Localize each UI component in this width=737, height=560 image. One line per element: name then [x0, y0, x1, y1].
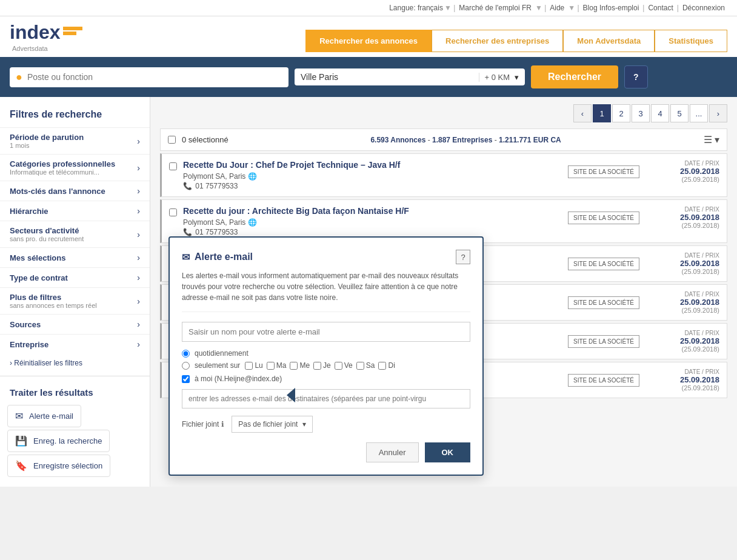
- job-title-1[interactable]: Recette Du Jour : Chef De Projet Techniq…: [183, 160, 562, 170]
- aide-link[interactable]: Aide: [550, 4, 564, 12]
- chevron-icon: ›: [137, 230, 140, 239]
- tab-mon-advertsdata[interactable]: Mon Advertsdata: [563, 30, 655, 52]
- envelope-icon: ✉: [15, 410, 23, 422]
- sidebar-item-hierarchie[interactable]: Hiérarchie ›: [0, 201, 150, 221]
- site-societe-btn-5[interactable]: SITE DE LA SOCIÉTÉ: [568, 335, 639, 348]
- phone-icon: 📞: [183, 182, 192, 190]
- page-4[interactable]: 4: [651, 104, 669, 122]
- radio-days[interactable]: [182, 362, 190, 370]
- job-date-2: DATE / PRIX 25.09.2018 (25.09.2018): [647, 206, 719, 229]
- info-icon: ℹ: [221, 420, 224, 428]
- day-me[interactable]: Me: [290, 361, 310, 370]
- site-societe-btn-6[interactable]: SITE DE LA SOCIÉTÉ: [568, 374, 639, 387]
- sidebar-item-type-contrat[interactable]: Type de contrat ›: [0, 267, 150, 287]
- page-5[interactable]: 5: [670, 104, 689, 122]
- alerte-email-button[interactable]: ✉ Alerte e-mail: [7, 405, 81, 427]
- main-layout: Filtres de recherche Période de parution…: [0, 97, 737, 487]
- enregistrer-selection-button[interactable]: 🔖 Enregistre sélection: [7, 455, 110, 477]
- top-bar: Langue: français ▼ | Marché de l'emploi …: [0, 0, 737, 16]
- site-societe-btn-1[interactable]: SITE DE LA SOCIÉTÉ: [568, 165, 639, 178]
- page-next[interactable]: ›: [709, 104, 727, 122]
- header: index Advertsdata Rechercher des annonce…: [0, 16, 737, 57]
- modal-actions: Annuler OK: [182, 442, 470, 462]
- sidebar-title: Filtres de recherche: [0, 104, 150, 127]
- tab-statistiques[interactable]: Statistiques: [655, 30, 727, 52]
- job-title-2[interactable]: Recette du jour : Architecte Big Data fa…: [183, 206, 562, 216]
- reset-icon: ›: [10, 359, 12, 367]
- page-prev[interactable]: ‹: [573, 104, 592, 122]
- logo-sub: Advertsdata: [12, 45, 82, 52]
- page-2[interactable]: 2: [612, 104, 630, 122]
- contact-link[interactable]: Contact: [648, 4, 673, 12]
- rechercher-button[interactable]: Rechercher: [531, 65, 618, 88]
- location-wrap: + 0 KM ▾: [295, 68, 525, 85]
- km-dropdown[interactable]: + 0 KM: [479, 73, 510, 82]
- alert-name-input[interactable]: [182, 322, 470, 342]
- reset-filters[interactable]: › Réinitialiser les filtres: [0, 354, 150, 372]
- fichier-select[interactable]: Pas de fichier joint ▾: [232, 416, 313, 433]
- job-date-3: DATE / PRIX 25.09.2018 (25.09.2018): [647, 252, 719, 275]
- chevron-icon: ›: [137, 136, 140, 146]
- blog-link[interactable]: Blog Infos-emploi: [583, 4, 639, 12]
- job-search-input[interactable]: [27, 72, 282, 82]
- logo-bar-1: [63, 27, 82, 30]
- tab-rechercher-annonces[interactable]: Rechercher des annonces: [305, 30, 432, 52]
- help-button[interactable]: ?: [624, 65, 648, 88]
- job-date-5: DATE / PRIX 25.09.2018 (25.09.2018): [647, 330, 719, 353]
- tab-rechercher-entreprises[interactable]: Rechercher des entreprises: [432, 30, 563, 52]
- logo-row: index: [10, 21, 82, 44]
- modal-help-button[interactable]: ?: [456, 250, 470, 264]
- radio-daily-row: quotidiennement: [182, 349, 470, 358]
- chevron-icon: ›: [137, 273, 140, 282]
- bookmark-icon: 🔖: [15, 460, 27, 472]
- job-phone-2: 📞 01 75779533: [183, 228, 562, 236]
- job-date-4: DATE / PRIX 25.09.2018 (25.09.2018): [647, 291, 719, 314]
- chevron-icon: ›: [137, 186, 140, 196]
- site-societe-btn-4[interactable]: SITE DE LA SOCIÉTÉ: [568, 296, 639, 309]
- results-header: 0 sélectionné 6.593 Annonces - 1.887 Ent…: [160, 128, 727, 151]
- me-checkbox[interactable]: [182, 375, 190, 383]
- site-societe-btn-2[interactable]: SITE DE LA SOCIÉTÉ: [568, 212, 639, 224]
- annuler-button[interactable]: Annuler: [366, 442, 419, 462]
- sidebar-item-plus-filtres[interactable]: Plus de filtres sans annonces en temps r…: [0, 287, 150, 314]
- page-1[interactable]: 1: [593, 104, 611, 122]
- sidebar-item-entreprise[interactable]: Entreprise ›: [0, 334, 150, 354]
- site-societe-btn-3[interactable]: SITE DE LA SOCIÉTÉ: [568, 258, 639, 270]
- day-di[interactable]: Di: [378, 361, 395, 370]
- location-input[interactable]: [301, 72, 474, 82]
- day-je[interactable]: Je: [313, 361, 331, 370]
- sidebar-item-periode[interactable]: Période de parution 1 mois ›: [0, 127, 150, 154]
- sidebar-item-mes-selections[interactable]: Mes sélections ›: [0, 247, 150, 267]
- day-checkboxes: Lu Ma Me Je Ve Sa Di: [245, 361, 395, 370]
- menu-icon[interactable]: ☰ ▾: [704, 134, 719, 145]
- search-bar: ● + 0 KM ▾ Rechercher ?: [0, 57, 737, 97]
- sidebar-item-mots-cles[interactable]: Mots-clés dans l'annonce ›: [0, 181, 150, 201]
- marche-link[interactable]: Marché de l'emploi FR: [459, 4, 532, 12]
- chevron-icon: ›: [137, 253, 140, 262]
- job-company-2: Polymont SA, Paris 🌐: [183, 218, 562, 227]
- select-all-checkbox[interactable]: [168, 136, 176, 144]
- sidebar-item-categories[interactable]: Catégories professionnelles Informatique…: [0, 154, 150, 181]
- day-ma[interactable]: Ma: [267, 361, 287, 370]
- fichier-row: Fichier joint ℹ Pas de fichier joint ▾: [182, 416, 470, 433]
- modal-title: ✉ Alerte e-mail: [182, 252, 253, 263]
- enreg-recherche-button[interactable]: 💾 Enreg. la recherche: [7, 430, 110, 452]
- page-ellipsis[interactable]: ...: [690, 104, 708, 122]
- day-sa[interactable]: Sa: [356, 361, 375, 370]
- day-lu[interactable]: Lu: [245, 361, 262, 370]
- sidebar-item-secteurs[interactable]: Secteurs d'activité sans pro. du recrute…: [0, 221, 150, 247]
- ok-button[interactable]: OK: [425, 442, 471, 462]
- chevron-down-icon: ▾: [302, 420, 306, 428]
- modal-description: Les alertes e-mail vous informent automa…: [182, 270, 470, 312]
- deconnexion-link[interactable]: Déconnexion: [682, 4, 725, 12]
- globe-icon: 🌐: [248, 172, 257, 181]
- day-ve[interactable]: Ve: [335, 361, 353, 370]
- job-date-1: DATE / PRIX 25.09.2018 (25.09.2018): [647, 160, 719, 183]
- sidebar-item-sources[interactable]: Sources ›: [0, 314, 150, 334]
- job-checkbox-1[interactable]: [169, 162, 177, 170]
- logo-text: index: [10, 21, 61, 44]
- job-checkbox-2[interactable]: [169, 208, 177, 216]
- page-3[interactable]: 3: [632, 104, 650, 122]
- radio-daily[interactable]: [182, 350, 190, 358]
- recipients-input[interactable]: [182, 389, 470, 408]
